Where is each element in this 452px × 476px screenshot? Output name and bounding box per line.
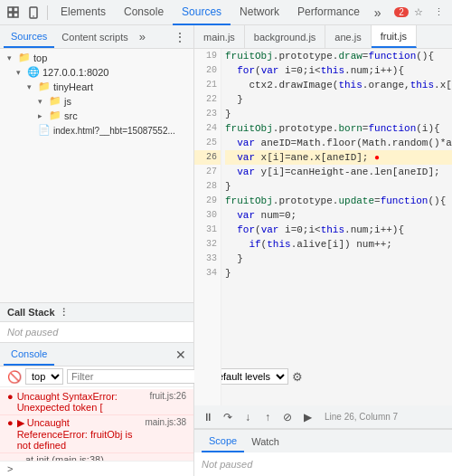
console-prompt: > <box>0 461 193 476</box>
tab-elements[interactable]: Elements <box>52 0 115 25</box>
line-num-25: 25 <box>194 136 221 150</box>
file-icon-index: 📄 <box>38 124 51 137</box>
tree-label-top: top <box>33 52 47 63</box>
debugger-toolbar: ⏸ ↷ ↓ ↑ ⊘ ▶ Line 26, Column 7 ⛶ <box>194 405 452 429</box>
step-over-btn[interactable]: ↷ <box>218 407 238 427</box>
line-num-20: 20 <box>194 63 221 78</box>
mobile-icon[interactable] <box>24 3 43 23</box>
code-line-27: var y[i]=canHeight-ane.len[aneID]; <box>225 165 452 179</box>
tab-console[interactable]: Console <box>115 0 173 25</box>
code-line-25: var aneID=Math.floor(Math.random()*ane.r <box>225 136 452 150</box>
console-close-icon[interactable]: ✕ <box>172 347 190 362</box>
step-out-btn[interactable]: ↑ <box>258 407 278 427</box>
line-num-32: 32 <box>194 237 221 252</box>
scope-tab-watch[interactable]: Watch <box>244 430 287 452</box>
console-error-sub: at init (main.js:38) at game (main.js:19… <box>0 453 193 461</box>
console-error-2[interactable]: ● ▶ Uncaught ReferenceError: fruitObj is… <box>0 415 193 453</box>
scope-status: Not paused <box>202 459 252 470</box>
tree-item-js[interactable]: ▾ 📁 js <box>0 94 193 109</box>
line-num-34: 34 <box>194 266 221 281</box>
kebab-menu-icon[interactable]: ⋮ <box>428 3 448 23</box>
line-num-31: 31 <box>194 223 221 237</box>
code-line-24: fruitObj.prototype.born=function(i){ <box>225 121 452 136</box>
error-link-2[interactable]: main.js:38 <box>145 417 186 427</box>
call-stack-dots[interactable]: ⋮ <box>59 307 69 319</box>
line-num-33: 33 <box>194 252 221 266</box>
console-tab[interactable]: Console <box>4 343 54 366</box>
ban-icon[interactable]: 🚫 <box>7 370 22 384</box>
error-text-1: Uncaught SyntaxError: Unexpected token [ <box>17 391 146 413</box>
console-prompt-input[interactable] <box>16 463 186 474</box>
inspect-icon[interactable] <box>4 3 24 23</box>
code-line-26: var x[i]=ane.x[aneID]; ● <box>225 150 452 165</box>
star-icon[interactable]: ☆ <box>409 3 428 23</box>
folder-icon-tinyheart: 📁 <box>38 81 51 93</box>
debugger-status: Line 26, Column 7 <box>325 412 452 422</box>
main-area: Sources Content scripts » ⋮ ▾ 📁 top ▾ 🌐 … <box>0 25 452 476</box>
pause-resume-btn[interactable]: ⏸ <box>198 407 218 427</box>
code-content: fruitObj.prototype.draw=function(){ for(… <box>221 49 452 405</box>
code-line-33: } <box>225 252 452 266</box>
tree-label-tinyheart: tinyHeart <box>53 81 93 92</box>
code-line-20: for(var i=0;i<this.num;i++){ <box>225 63 452 78</box>
tree-arrow-top: ▾ <box>7 53 18 62</box>
panel-dots-icon[interactable]: ⋮ <box>170 30 190 44</box>
line-num-29: 29 <box>194 194 221 208</box>
code-line-22: } <box>225 92 452 107</box>
globe-icon: 🌐 <box>27 66 40 79</box>
code-line-32: if(this.alive[i]) num++; <box>225 237 452 252</box>
file-tab-background[interactable]: background.js <box>245 25 326 48</box>
tree-arrow-js: ▾ <box>38 97 49 106</box>
code-area: 19 20 21 22 23 24 25 26 27 28 29 30 31 3… <box>194 49 452 405</box>
line-num-22: 22 <box>194 92 221 107</box>
error-icon-1: ● <box>7 391 14 402</box>
tab-performance[interactable]: Performance <box>288 0 369 25</box>
tree-item-tinyheart[interactable]: ▾ 📁 tinyHeart <box>0 80 193 94</box>
panel-tab-sources[interactable]: Sources <box>4 25 54 48</box>
main-nav-tabs: Elements Console Sources Network Perform… <box>52 0 387 25</box>
line-num-19: 19 <box>194 49 221 63</box>
file-tab-main[interactable]: main.js <box>194 25 245 48</box>
console-messages: ● Uncaught SyntaxError: Unexpected token… <box>0 387 193 461</box>
line-num-30: 30 <box>194 208 221 223</box>
code-line-21: ctx2.drawImage(this.orange,this.x[i] <box>225 78 452 92</box>
console-options: 🚫 top Default levels ⚙ <box>0 367 193 387</box>
tree-item-top[interactable]: ▾ 📁 top <box>0 51 193 65</box>
error-icon-2: ● <box>7 417 14 428</box>
console-toolbar: Console ✕ <box>0 343 193 367</box>
code-line-29: fruitObj.prototype.update=function(){ <box>225 194 452 208</box>
line-num-27: 27 <box>194 165 221 179</box>
console-filter-input[interactable] <box>67 369 201 384</box>
tab-network[interactable]: Network <box>231 0 288 25</box>
tree-item-src[interactable]: ▸ 📁 src <box>0 109 193 123</box>
error-badge: 2 <box>394 7 409 17</box>
resume-btn[interactable]: ▶ <box>297 407 317 427</box>
step-into-btn[interactable]: ↓ <box>238 407 258 427</box>
tree-item-domain[interactable]: ▾ 🌐 127.0.0.1:8020 <box>0 65 193 80</box>
line-num-23: 23 <box>194 107 221 121</box>
svg-rect-2 <box>8 13 13 17</box>
left-panel: Sources Content scripts » ⋮ ▾ 📁 top ▾ 🌐 … <box>0 25 194 476</box>
svg-rect-1 <box>14 7 18 12</box>
file-tab-ane[interactable]: ane.js <box>325 25 371 48</box>
scope-content: Not paused <box>194 452 452 476</box>
error-link-1[interactable]: fruit.js:26 <box>149 391 186 401</box>
console-error-1[interactable]: ● Uncaught SyntaxError: Unexpected token… <box>0 389 193 415</box>
call-stack-label: Call Stack <box>7 307 55 318</box>
panel-tab-content-scripts[interactable]: Content scripts <box>54 25 135 48</box>
file-tab-fruit[interactable]: fruit.js <box>372 25 417 48</box>
top-toolbar: Elements Console Sources Network Perform… <box>0 0 452 25</box>
scope-tab-scope[interactable]: Scope <box>202 430 244 452</box>
context-select[interactable]: top <box>25 368 63 385</box>
line-num-24: 24 <box>194 121 221 136</box>
line-numbers: 19 20 21 22 23 24 25 26 27 28 29 30 31 3… <box>194 49 221 405</box>
tree-item-index[interactable]: ▸ 📄 index.html?__hbt=15087552... <box>0 123 193 138</box>
panel-tab-more[interactable]: » <box>136 30 149 43</box>
deactivate-btn[interactable]: ⊘ <box>278 407 297 427</box>
code-line-28: } <box>225 179 452 194</box>
svg-rect-0 <box>8 7 13 12</box>
line-num-28: 28 <box>194 179 221 194</box>
tab-sources[interactable]: Sources <box>173 0 231 25</box>
more-tabs-button[interactable]: » <box>369 0 387 25</box>
svg-rect-3 <box>14 13 18 17</box>
